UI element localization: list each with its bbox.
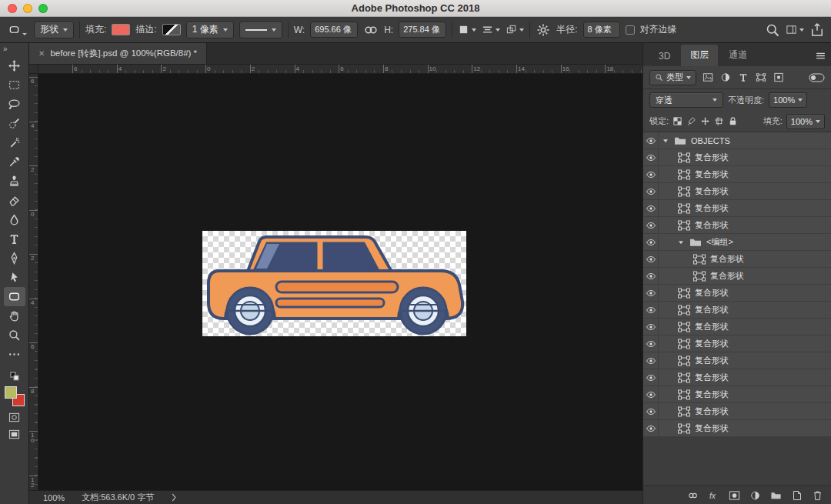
lock-position-icon[interactable] [700,116,710,126]
layer-visibility-toggle[interactable] [643,234,659,250]
toolbar-collapse-button[interactable]: » [0,43,28,56]
blend-mode-select[interactable]: 穿透 [649,92,723,108]
stroke-width-select[interactable]: 1 像素 [186,22,234,38]
group-expand-chevron-icon[interactable] [677,239,685,246]
layer-visibility-toggle[interactable] [643,132,659,149]
link-dimensions-icon[interactable] [363,22,379,38]
new-adjustment-layer-icon[interactable] [749,490,761,501]
layer-row[interactable]: 复合形状 [643,166,831,183]
blur-tool[interactable] [4,210,25,229]
stroke-type-select[interactable] [239,22,282,38]
path-arrangement-button[interactable] [506,24,524,35]
path-selection-tool[interactable] [4,268,25,287]
path-operations-button[interactable] [458,24,476,35]
layer-group-row[interactable]: OBJECTS [643,132,831,149]
shape-height-field[interactable]: 275.84 像 [399,22,446,38]
lasso-tool[interactable] [4,95,25,114]
tool-mode-select[interactable]: 形状 [34,22,74,38]
lock-all-icon[interactable] [728,116,738,126]
filter-adjustment-layers-icon[interactable] [719,72,732,83]
layer-visibility-toggle[interactable] [643,352,659,369]
minimize-window-button[interactable] [23,4,32,13]
layer-row[interactable]: 复合形状 [643,268,831,285]
fill-opacity-field[interactable]: 100% [786,114,825,129]
foreground-color-swatch[interactable] [5,386,17,399]
pen-tool[interactable] [4,249,25,268]
filter-pixel-layers-icon[interactable] [702,72,714,83]
rounded-rectangle-tool[interactable] [4,287,25,306]
filter-toggle-icon[interactable] [809,73,825,82]
layer-row[interactable]: 复合形状 [643,352,831,369]
filter-type-select[interactable]: 类型 [649,70,696,85]
layer-visibility-toggle[interactable] [643,319,659,335]
link-layers-icon[interactable] [687,490,699,501]
layer-row[interactable]: 复合形状 [643,302,831,319]
opacity-field[interactable]: 100% [769,92,807,108]
layer-row[interactable]: 复合形状 [643,403,831,420]
layer-row[interactable]: 复合形状 [643,285,831,302]
close-tab-icon[interactable]: ✕ [38,49,45,58]
layer-group-row[interactable]: <编组> [643,234,831,251]
layer-row[interactable]: 复合形状 [643,183,831,200]
new-layer-icon[interactable] [791,490,803,501]
panel-menu-icon[interactable] [815,50,826,62]
marquee-tool[interactable] [4,75,25,95]
layer-visibility-toggle[interactable] [643,285,659,301]
panel-tab-layers[interactable]: 图层 [681,45,718,66]
layer-visibility-toggle[interactable] [643,335,659,352]
vertical-ruler[interactable]: 642024681 01 2 [29,74,38,490]
layer-visibility-toggle[interactable] [643,149,659,165]
move-tool[interactable] [4,56,25,75]
layer-visibility-toggle[interactable] [643,386,659,402]
panel-tab-channels[interactable]: 通道 [719,45,756,66]
layer-visibility-toggle[interactable] [643,251,659,267]
fullscreen-window-button[interactable] [38,4,48,13]
layer-row[interactable]: 复合形状 [643,319,831,335]
quick-mask-button[interactable] [8,412,20,423]
fill-swatch[interactable] [112,24,130,35]
add-layer-mask-icon[interactable] [729,490,740,501]
eraser-tool[interactable] [4,191,25,210]
tool-preset-picker[interactable] [6,22,28,37]
quick-selection-tool[interactable] [4,114,25,133]
workspace-switcher[interactable] [786,24,804,35]
layer-row[interactable]: 复合形状 [643,149,831,166]
eyedropper-tool[interactable] [4,152,25,172]
share-icon[interactable] [809,22,825,38]
screen-mode-button[interactable] [8,429,20,440]
lock-pixels-icon[interactable] [686,116,696,126]
stroke-swatch[interactable] [162,24,181,35]
edit-toolbar[interactable] [4,345,25,364]
ruler-origin-corner[interactable] [29,65,38,74]
document-artwork[interactable] [202,231,466,336]
path-alignment-button[interactable] [482,24,500,35]
delete-layer-icon[interactable] [812,490,823,501]
filter-shape-layers-icon[interactable] [755,72,767,83]
document-tab[interactable]: ✕ before [转换].psd @ 100%(RGB/8#) * [29,43,207,64]
radius-field[interactable]: 8 像素 [583,22,620,38]
layer-row[interactable]: 复合形状 [643,420,831,437]
layer-row[interactable]: 复合形状 [643,369,831,386]
layer-style-icon[interactable]: fx [708,490,719,501]
layer-row[interactable]: 复合形状 [643,217,831,234]
zoom-level-field[interactable]: 100% [43,493,65,502]
filter-type-layers-icon[interactable] [737,72,749,83]
layer-visibility-toggle[interactable] [643,166,659,182]
group-expand-chevron-icon[interactable] [662,137,669,145]
layer-visibility-toggle[interactable] [643,200,659,216]
search-icon[interactable] [765,22,780,38]
layer-visibility-toggle[interactable] [643,369,659,386]
layer-visibility-toggle[interactable] [643,183,659,199]
layer-visibility-toggle[interactable] [643,217,659,233]
canvas[interactable] [38,74,642,490]
horizontal-ruler[interactable]: 642024681012141618 [38,65,642,74]
magic-wand-tool[interactable] [4,133,25,152]
clone-stamp-tool[interactable] [4,172,25,191]
type-tool[interactable] [4,229,25,249]
panel-tab-3d[interactable]: 3D [649,47,679,66]
status-options-chevron-icon[interactable] [171,493,177,502]
layer-row[interactable]: 复合形状 [643,335,831,352]
lock-artboard-icon[interactable] [714,116,724,126]
new-group-icon[interactable] [770,490,782,501]
layer-visibility-toggle[interactable] [643,403,659,419]
